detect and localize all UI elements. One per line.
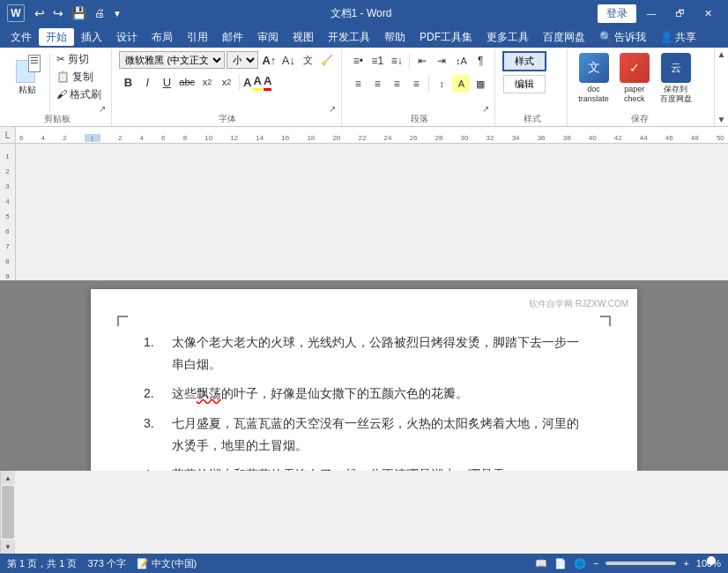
paragraph-expand[interactable]: ↗ [480,103,491,114]
subscript-button[interactable]: x2 [198,73,216,91]
menu-insert[interactable]: 插入 [74,28,109,46]
menu-file[interactable]: 文件 [4,28,39,46]
numbering-button[interactable]: ≡1 [368,52,386,70]
increase-indent-button[interactable]: ⇥ [433,52,450,70]
view-mode-read[interactable]: 📖 [535,558,547,569]
editing-button[interactable]: 编辑 [503,75,546,93]
multilevel-list-button[interactable]: ≡↓ [388,52,405,70]
scroll-down-button[interactable]: ▼ [1,540,15,554]
watermark: 软件自学网·RJZXW.COM [529,298,628,471]
styles-button[interactable]: 样式 [502,51,546,71]
customize-quick-button[interactable]: ▼ [110,7,124,20]
item-number: 3. [144,413,165,457]
ribbon-scroll-up[interactable]: ▲ [717,49,726,59]
font-size-select[interactable]: 小五 [227,51,258,69]
title-bar: W ↩ ↪ 💾 🖨 ▼ 文档1 - Word 登录 — 🗗 ✕ [0,0,728,26]
strikethrough-button[interactable]: abc [177,73,197,91]
view-mode-print[interactable]: 📄 [554,558,567,569]
clear-format-button[interactable]: 🧹 [318,51,336,69]
menu-view[interactable]: 视图 [286,28,321,46]
menu-tell-me[interactable]: 🔍告诉我 [592,28,653,46]
bold-button[interactable]: B [119,73,137,91]
zoom-thumb [707,556,716,565]
font-color-button[interactable]: A [264,74,271,91]
vertical-scrollbar[interactable]: ▲ ▼ [0,471,14,554]
tools-label: 保存 [569,113,710,125]
quick-access-toolbar: ↩ ↪ 💾 🖨 ▼ [32,4,124,22]
underline-button[interactable]: U [158,73,175,91]
word-icon: W [7,4,25,22]
clipboard-expand[interactable]: ↗ [97,103,108,114]
menu-pdf[interactable]: PDF工具集 [412,28,479,46]
menu-help[interactable]: 帮助 [377,28,412,46]
superscript-button[interactable]: x2 [218,73,235,91]
justify-button[interactable]: ≡ [407,75,425,93]
copy-button[interactable]: 📋 复制 [54,69,104,86]
item-text: 太像个老大老大的火球，光线灼人，公路被烈日烤得发烫，脚踏下去一步一串白烟。 [172,331,584,376]
increase-font-button[interactable]: A↑ [260,51,278,69]
doc-translate-button[interactable]: 文 doctranslate [575,51,613,106]
menu-review[interactable]: 审阅 [250,28,286,46]
print-quick-button[interactable]: 🖨 [92,5,108,21]
view-mode-web[interactable]: 🌐 [574,558,586,569]
zoom-slider[interactable] [605,562,676,565]
status-bar: 第 1 页，共 1 页 373 个字 📝 中文(中国) 📖 📄 🌐 − + 10… [0,554,728,573]
style-group: 样式 编辑 样式 [497,49,568,126]
shading-button[interactable]: A [452,75,470,93]
horizontal-ruler: 6 4 2 | 2 4 6 8 10 12 14 16 18 20 [16,127,728,143]
ruler-left-corner: L [0,127,16,143]
font-label: 字体 [114,113,341,125]
scroll-thumb[interactable] [2,486,14,539]
style-label: 样式 [497,113,567,125]
char-count[interactable]: 373 个字 [87,557,125,570]
bullets-button[interactable]: ≡• [349,52,367,70]
menu-mailings[interactable]: 邮件 [215,28,250,46]
close-button[interactable]: ✕ [695,4,721,22]
list-item: 1.太像个老大老大的火球，光线灼人，公路被烈日烤得发烫，脚踏下去一步一串白烟。 [144,331,584,376]
align-right-button[interactable]: ≡ [388,75,405,93]
login-button[interactable]: 登录 [598,4,636,23]
italic-button[interactable]: I [138,73,156,91]
redo-button[interactable]: ↪ [50,4,66,22]
scroll-track[interactable] [1,485,14,540]
menu-references[interactable]: 引用 [180,28,215,46]
format-painter-button[interactable]: 🖌 格式刷 [54,86,104,103]
menu-design[interactable]: 设计 [109,28,145,46]
align-center-button[interactable]: ≡ [368,75,386,93]
page-count[interactable]: 第 1 页，共 1 页 [7,557,77,570]
save-quick-button[interactable]: 💾 [69,4,89,22]
main-area: 123456789 软件自学网·RJZXW.COM 1.太像个老大老大的火球，光… [0,144,728,554]
restore-button[interactable]: 🗗 [666,4,693,22]
line-spacing-button[interactable]: ↕ [433,75,450,93]
font-group: 微软雅黑 (中文正文 小五 A↑ A↓ 文 🧹 B I [114,49,342,126]
font-family-select[interactable]: 微软雅黑 (中文正文 [119,51,225,69]
paste-label: 粘贴 [19,85,36,95]
menu-developer[interactable]: 开发工具 [321,28,377,46]
paper-check-button[interactable]: ✓ papercheck [616,51,653,106]
menu-more-tools[interactable]: 更多工具 [479,28,536,46]
sort-button[interactable]: ↕A [452,52,470,70]
show-marks-button[interactable]: ¶ [472,52,489,70]
phonetic-button[interactable]: 文 [299,51,316,69]
highlight-color-button[interactable]: A [253,74,261,91]
cut-button[interactable]: ✂ 剪切 [54,51,104,68]
font-expand[interactable]: ↗ [327,103,338,114]
document-scroll-area[interactable]: 软件自学网·RJZXW.COM 1.太像个老大老大的火球，光线灼人，公路被烈日烤… [0,280,728,471]
ribbon-scroll-down[interactable]: ▼ [717,115,726,124]
border-button[interactable]: ▦ [472,75,489,93]
text-effect-button[interactable]: A [243,76,251,89]
zoom-in-button[interactable]: + [683,558,688,569]
menu-layout[interactable]: 布局 [145,28,180,46]
menu-home[interactable]: 开始 [39,28,74,46]
zoom-out-button[interactable]: − [593,558,598,569]
menu-share[interactable]: 👤共享 [653,28,703,46]
align-left-button[interactable]: ≡ [349,75,367,93]
minimize-button[interactable]: — [638,4,665,22]
decrease-font-button[interactable]: A↓ [279,51,297,69]
undo-button[interactable]: ↩ [32,4,48,22]
paste-button[interactable]: 粘贴 [9,51,46,97]
scroll-up-button[interactable]: ▲ [1,471,15,485]
menu-baidu[interactable]: 百度网盘 [536,28,592,46]
save-baidu-button[interactable]: 云 保存到百度网盘 [657,51,695,106]
decrease-indent-button[interactable]: ⇤ [413,52,431,70]
